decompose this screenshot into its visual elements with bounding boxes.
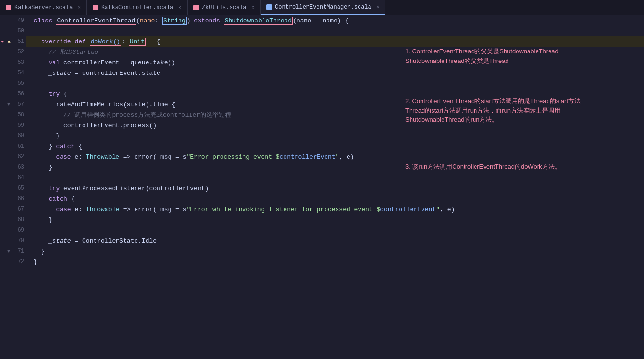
gutter-row-59: 59	[0, 120, 26, 131]
code-line-67: case e: Throwable => error( msg = s "Err…	[26, 204, 644, 215]
string-type-box: String	[162, 17, 187, 25]
app-window: KafkaServer.scala × KafkaController.scal…	[0, 0, 644, 359]
code-line-56: try {	[26, 89, 644, 99]
fold-icon-57[interactable]: ▼	[6, 102, 11, 107]
dowork-box: doWork()	[90, 38, 121, 46]
code-line-62: case e: Throwable => error( msg = s "Err…	[26, 152, 644, 162]
scala-icon	[193, 5, 199, 10]
gutter-row-51: ● ▲ 51	[0, 36, 26, 47]
arrow-up-icon: ▲	[7, 39, 12, 44]
gutter-row-50: 50	[0, 26, 26, 36]
fold-icon-71[interactable]: ▼	[6, 249, 11, 254]
code-line-52: // 取出Startup	[26, 47, 644, 57]
gutter-row-56: 56	[0, 89, 26, 99]
gutter-row-60: 60	[0, 131, 26, 141]
code-line-72: }	[26, 256, 644, 267]
code-line-49: class ControllerEventThread ( name : Str…	[26, 15, 644, 26]
gutter-row-72: 72	[0, 256, 26, 267]
gutter-row-67: 67	[0, 204, 26, 215]
gutter-row-53: 53	[0, 57, 26, 68]
code-line-65: try eventProcessedListener(controllerEve…	[26, 183, 644, 194]
gutter-row-49: 49	[0, 15, 26, 26]
code-line-60: }	[26, 131, 644, 141]
gutter-row-70: 70	[0, 236, 26, 246]
gutter-row-52: 52	[0, 47, 26, 57]
scala-icon	[93, 5, 98, 10]
code-line-58: // 调用样例类的process方法完成controller的选举过程	[26, 110, 644, 120]
tab-close[interactable]: ×	[252, 5, 255, 10]
scala-icon	[6, 5, 11, 10]
tab-close[interactable]: ×	[178, 5, 181, 10]
java-icon	[266, 4, 272, 10]
gutter-row-68: 68	[0, 215, 26, 225]
line-gutter: 49 50 ● ▲ 51 52 53 54 55 56 ▼ 57 58 59 6…	[0, 15, 26, 359]
editor: 49 50 ● ▲ 51 52 53 54 55 56 ▼ 57 58 59 6…	[0, 15, 644, 359]
code-line-59: controllerEvent.process()	[26, 120, 644, 131]
tab-controller-event[interactable]: ControllerEventManager.scala ×	[261, 0, 385, 15]
gutter-row-71: ▼ 71	[0, 246, 26, 256]
class-name-box: ControllerEventThread	[56, 17, 136, 25]
gutter-row-66: 66	[0, 194, 26, 204]
gutter-row-54: 54	[0, 68, 26, 78]
gutter-row-63: 63	[0, 162, 26, 173]
tab-close[interactable]: ×	[77, 5, 81, 10]
tab-bar: KafkaServer.scala × KafkaController.scal…	[0, 0, 644, 15]
code-line-69	[26, 225, 644, 236]
code-line-63: }	[26, 162, 644, 173]
code-line-70: _state = ControllerState.Idle	[26, 236, 644, 246]
tab-zk-utils[interactable]: ZkUtils.scala ×	[188, 0, 261, 15]
tab-kafka-server[interactable]: KafkaServer.scala ×	[0, 0, 87, 15]
gutter-row-65: 65	[0, 183, 26, 194]
unit-box: Unit	[129, 38, 146, 46]
tab-close[interactable]: ×	[376, 4, 380, 10]
tab-label: ControllerEventManager.scala	[275, 4, 371, 10]
code-line-50	[26, 26, 644, 36]
gutter-row-55: 55	[0, 78, 26, 89]
code-line-66: catch {	[26, 194, 644, 204]
code-line-64	[26, 173, 644, 183]
gutter-row-58: 58	[0, 110, 26, 120]
code-line-68: }	[26, 215, 644, 225]
gutter-row-57: ▼ 57	[0, 99, 26, 110]
code-line-53: val controllerEvent = queue.take()	[26, 57, 644, 68]
tab-label: ZkUtils.scala	[202, 4, 247, 11]
tab-kafka-controller[interactable]: KafkaController.scala ×	[87, 0, 188, 15]
code-line-71: }	[26, 246, 644, 256]
breakpoint-icon[interactable]: ●	[0, 39, 5, 44]
code-line-51: override def doWork() : Unit = {	[26, 36, 644, 47]
shutdownable-box: ShutdownableThread	[224, 17, 293, 25]
gutter-row-64: 64	[0, 173, 26, 183]
code-line-61: } catch {	[26, 141, 644, 152]
code-line-57: rateAndTimeMetrics(state).time {	[26, 99, 644, 110]
code-line-54: _state = controllerEvent.state	[26, 68, 644, 78]
tab-label: KafkaController.scala	[101, 4, 173, 11]
gutter-row-61: 61	[0, 141, 26, 152]
gutter-row-69: 69	[0, 225, 26, 236]
code-content: 1. ControllerEventThread的父类是Shutdownable…	[26, 15, 644, 359]
gutter-row-62: 62	[0, 152, 26, 162]
code-line-55	[26, 78, 644, 89]
tab-label: KafkaServer.scala	[14, 4, 73, 11]
